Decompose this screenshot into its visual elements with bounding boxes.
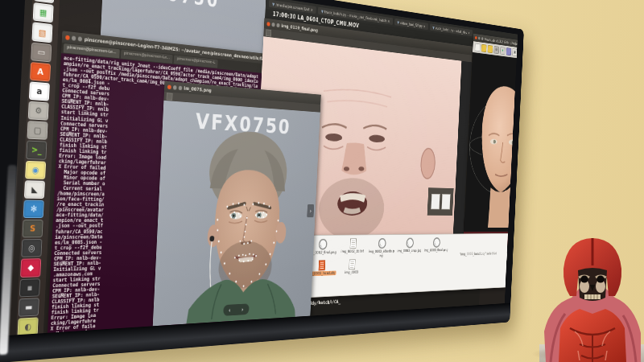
toolbar-icon-5[interactable] — [506, 47, 512, 56]
image-icon — [432, 237, 440, 248]
close-icon[interactable] — [65, 35, 69, 39]
triangle-icon: ▼ — [432, 25, 435, 30]
close-icon[interactable] — [475, 36, 477, 39]
tool-icon[interactable] — [266, 29, 271, 36]
file-item-4[interactable]: img_0003_final.png — [423, 237, 450, 257]
launcher-icon-terminal[interactable]: >_ — [26, 141, 47, 159]
file-item-3[interactable]: img_0003_crop.jpg — [395, 237, 423, 257]
minimize-icon[interactable] — [271, 23, 275, 27]
toolbar-icon-3[interactable]: ⊘ — [493, 46, 499, 54]
launcher-icon-settings[interactable]: ⚙ — [28, 101, 49, 121]
minimize-icon[interactable] — [478, 37, 481, 40]
thumbnail[interactable] — [431, 194, 440, 210]
prev-arrow-icon[interactable]: ‹ — [229, 306, 231, 314]
thumbnail-panel — [427, 187, 454, 216]
screen: VFX0750 ‹ ▼/media/pinscreen/Dat × ▼track… — [9, 0, 518, 335]
doc-icon — [349, 238, 356, 249]
maximize-icon[interactable] — [179, 85, 183, 90]
toolbar-icon-0[interactable] — [475, 43, 481, 51]
head-3d-render — [464, 52, 518, 244]
maximize-icon[interactable] — [78, 36, 82, 41]
image-icon — [318, 239, 327, 250]
file-manager[interactable]: img_0002_final.pngimg_0002_zb.txtimg_000… — [303, 233, 510, 298]
launcher-icon-clapper[interactable]: ▬ — [19, 298, 39, 317]
maximize-icon[interactable] — [481, 37, 484, 40]
file-item-2[interactable]: img_0003_albedo.png — [367, 238, 396, 258]
toolbar-icon-1[interactable] — [481, 43, 487, 51]
file-item-6[interactable]: img_0003 — [336, 259, 367, 275]
toolbar-icon-6[interactable]: ▣ — [512, 48, 518, 56]
toolbar-icon-4[interactable]: ▾ — [500, 47, 506, 55]
triangle-icon: ▼ — [397, 19, 399, 24]
launcher-icon-display[interactable]: ▢ — [27, 121, 47, 140]
launcher-icon-software-center[interactable]: A — [30, 62, 51, 82]
tool-icon[interactable] — [167, 93, 173, 101]
thumbnail[interactable] — [441, 194, 450, 209]
file-label: img_0002_zb.txt — [341, 249, 364, 254]
selection-status: "img_0003_head.obj" selected — [460, 251, 497, 256]
monitor: VFX0750 ‹ ▼/media/pinscreen/Dat × ▼track… — [0, 0, 524, 362]
file-label: img_0003 — [345, 270, 358, 275]
file-label: img_0003_crop.jpg — [397, 249, 421, 253]
figure-graphic — [543, 233, 644, 362]
close-icon[interactable] — [167, 84, 171, 89]
launcher-icon-dark-app[interactable]: ▪ — [19, 278, 40, 297]
launcher-icon-chrome[interactable]: ◉ — [25, 160, 46, 179]
launcher-icon-sublime[interactable]: S — [22, 220, 43, 238]
file-label: img_0003_final.png — [424, 248, 448, 252]
next-image-icon[interactable]: › — [307, 204, 314, 217]
landmark-viewer-window[interactable]: lm_0075.png VFX07 — [153, 81, 321, 328]
launcher-icon-video-red[interactable]: ◆ — [20, 258, 41, 277]
meshlab-viewport[interactable]: FOV: 60FPS: 212 img_0052_head.obj — [463, 52, 518, 254]
file-item-1[interactable]: img_0002_zb.txt — [337, 238, 368, 258]
image-icon — [378, 238, 386, 249]
launcher-icon-calc[interactable]: ▦ — [33, 2, 54, 23]
photo-scene: VFX0750 ‹ ▼/media/pinscreen/Dat × ▼track… — [0, 0, 644, 362]
triangle-icon: ▼ — [272, 1, 275, 6]
meshlab-body: FOV: 60FPS: 212 img_0052_head.obj Projec… — [463, 52, 518, 254]
minimize-icon[interactable] — [72, 35, 76, 40]
next-arrow-icon[interactable]: › — [242, 306, 244, 313]
launcher-icon-amazon[interactable]: a — [29, 81, 50, 101]
minimize-icon[interactable] — [173, 85, 177, 90]
file-label: img_0003_albedo.png — [368, 249, 394, 258]
portrait-graphic: VFX0750 — [153, 101, 320, 327]
launcher-icon-screenshot[interactable]: ◐ — [17, 317, 38, 335]
portrait-image: VFX0750 — [153, 101, 320, 327]
launcher-icon-files[interactable]: ▭ — [31, 42, 52, 62]
triangle-icon: ▼ — [321, 8, 324, 13]
watermark-text: VFX0750 — [122, 0, 221, 12]
close-icon[interactable] — [266, 22, 270, 27]
launcher-icon-impress[interactable]: ▧ — [31, 23, 52, 43]
launcher-icon-inkscape[interactable]: ◣ — [24, 180, 45, 199]
magneto-action-figure — [543, 233, 644, 362]
launcher-icon-player[interactable]: ◎ — [21, 239, 42, 257]
image-nav-pill[interactable]: ‹ › — [223, 303, 250, 315]
doc-icon — [349, 259, 355, 269]
file-grid: img_0002_final.pngimg_0002_zb.txtimg_000… — [306, 237, 458, 277]
toolbar-icon-2[interactable] — [488, 45, 493, 53]
doc-selected-icon — [318, 260, 325, 270]
image-icon — [406, 238, 414, 249]
maximize-icon[interactable] — [276, 23, 279, 27]
launcher-icon-blue-app[interactable]: ✻ — [23, 200, 44, 218]
